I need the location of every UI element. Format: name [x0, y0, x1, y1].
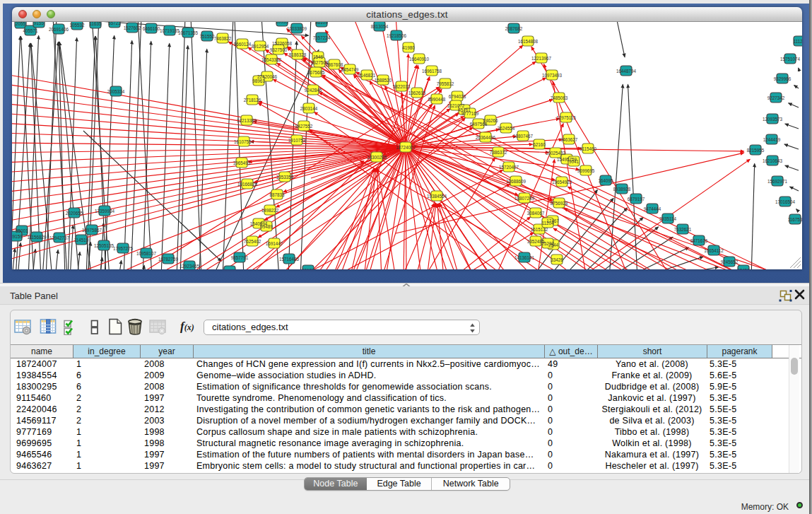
svg-text:9474444: 9474444	[644, 206, 661, 211]
svg-text:8660124: 8660124	[234, 42, 252, 47]
svg-text:12942737: 12942737	[49, 235, 70, 240]
svg-text:12923465: 12923465	[180, 264, 200, 269]
svg-text:10958107: 10958107	[136, 251, 157, 256]
svg-text:15751074: 15751074	[780, 57, 801, 62]
svg-text:8215955: 8215955	[747, 148, 765, 153]
svg-text:9857791: 9857791	[231, 255, 249, 260]
svg-text:16448794: 16448794	[616, 69, 637, 74]
svg-text:2020655: 2020655	[66, 211, 83, 216]
svg-text:751552: 751552	[199, 34, 215, 39]
svg-text:5822033: 5822033	[393, 84, 411, 89]
svg-text:1527602: 1527602	[124, 25, 141, 30]
svg-text:10025433: 10025433	[546, 151, 566, 156]
svg-text:3675685: 3675685	[307, 70, 325, 75]
svg-text:11156829: 11156829	[27, 235, 47, 240]
svg-text:9115460: 9115460	[579, 146, 597, 151]
svg-text:8938928: 8938928	[613, 187, 631, 192]
svg-text:15720407: 15720407	[499, 165, 519, 170]
svg-text:39159: 39159	[12, 234, 23, 239]
svg-text:17957275: 17957275	[113, 246, 134, 251]
svg-text:1910753: 1910753	[288, 138, 306, 143]
svg-text:12213389: 12213389	[237, 118, 257, 123]
svg-text:9699695: 9699695	[577, 168, 595, 173]
svg-text:116753: 116753	[788, 217, 802, 222]
svg-text:405571: 405571	[23, 28, 38, 33]
svg-text:9227342: 9227342	[767, 95, 785, 100]
svg-text:8756928: 8756928	[551, 201, 568, 206]
svg-text:9327500: 9327500	[270, 47, 288, 52]
svg-text:16782759: 16782759	[158, 257, 179, 262]
svg-text:9329966: 9329966	[774, 76, 792, 81]
svg-text:2087682: 2087682	[505, 26, 523, 31]
svg-text:7463822: 7463822	[214, 36, 232, 41]
svg-text:9155: 9155	[34, 22, 45, 25]
svg-text:2055: 2055	[16, 22, 26, 26]
svg-text:10654112: 10654112	[704, 248, 724, 253]
svg-text:18300295: 18300295	[367, 155, 387, 160]
svg-text:9242845: 9242845	[305, 88, 322, 93]
svg-text:8427552: 8427552	[295, 124, 313, 129]
svg-text:2005334: 2005334	[107, 89, 125, 94]
svg-text:114519: 114519	[74, 238, 89, 243]
svg-text:16961758: 16961758	[422, 69, 442, 74]
svg-text:16543382: 16543382	[261, 57, 282, 62]
svg-text:7485063: 7485063	[551, 95, 568, 100]
svg-text:62160: 62160	[533, 142, 546, 147]
svg-text:11125: 11125	[794, 39, 802, 44]
svg-text:10719185: 10719185	[160, 28, 180, 33]
svg-text:1615132: 1615132	[531, 227, 548, 232]
svg-text:10933: 10933	[276, 22, 288, 24]
svg-text:10975867: 10975867	[82, 228, 102, 233]
svg-text:2935114: 2935114	[659, 216, 677, 221]
svg-text:92450: 92450	[737, 268, 750, 270]
svg-text:85001: 85001	[16, 228, 28, 233]
svg-text:1546: 1546	[313, 54, 324, 59]
svg-text:99489: 99489	[260, 224, 273, 229]
svg-text:7632621: 7632621	[674, 227, 692, 232]
svg-text:3624554: 3624554	[498, 126, 515, 131]
svg-text:19218506: 19218506	[387, 33, 407, 38]
svg-text:86109: 86109	[315, 22, 328, 25]
svg-text:8471676: 8471676	[690, 238, 708, 243]
svg-text:12975115: 12975115	[556, 115, 576, 120]
svg-text:2803144: 2803144	[300, 106, 318, 111]
svg-text:9245652: 9245652	[721, 259, 739, 264]
svg-text:10688609: 10688609	[506, 179, 526, 184]
svg-text:19166825: 19166825	[237, 182, 258, 187]
svg-text:7357224: 7357224	[313, 35, 331, 40]
svg-text:90122: 90122	[302, 268, 314, 270]
svg-text:164095: 164095	[598, 178, 613, 183]
svg-text:16107554: 16107554	[234, 139, 254, 144]
svg-text:887833: 887833	[269, 192, 285, 197]
svg-text:7625402: 7625402	[244, 239, 261, 244]
svg-text:6466160: 6466160	[143, 26, 160, 31]
svg-text:9463627: 9463627	[560, 137, 578, 142]
svg-text:1588520: 1588520	[375, 78, 392, 83]
svg-text:1244419: 1244419	[763, 137, 781, 142]
svg-text:190524: 190524	[222, 269, 237, 270]
svg-text:41980: 41980	[402, 45, 415, 50]
svg-text:10033809: 10033809	[287, 26, 307, 31]
svg-text:9777169: 9777169	[461, 111, 479, 116]
svg-text:1498222: 1498222	[261, 208, 279, 213]
svg-text:9146821: 9146821	[358, 73, 376, 78]
svg-text:10973493: 10973493	[542, 73, 563, 78]
svg-text:8813054: 8813054	[371, 24, 389, 29]
svg-text:3084067: 3084067	[527, 211, 545, 216]
svg-text:19654923: 19654923	[552, 180, 572, 185]
svg-text:8990448: 8990448	[428, 97, 446, 102]
svg-text:7386372: 7386372	[490, 150, 507, 155]
svg-text:7955812: 7955812	[437, 81, 454, 86]
svg-text:16154808: 16154808	[518, 39, 539, 44]
svg-text:6879197: 6879197	[628, 197, 645, 201]
svg-text:8186328: 8186328	[289, 52, 307, 57]
svg-text:25232: 25232	[541, 241, 554, 246]
svg-text:8912954: 8912954	[252, 44, 269, 49]
svg-text:17359934: 17359934	[95, 209, 115, 214]
svg-text:17016504: 17016504	[775, 199, 796, 204]
svg-text:16640910: 16640910	[409, 57, 430, 62]
svg-text:14136141: 14136141	[514, 255, 535, 260]
svg-text:18807249: 18807249	[514, 196, 535, 201]
svg-text:6497568: 6497568	[470, 122, 488, 127]
svg-text:105532: 105532	[69, 23, 85, 28]
